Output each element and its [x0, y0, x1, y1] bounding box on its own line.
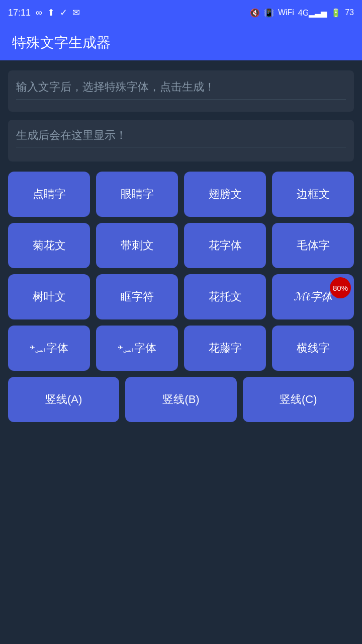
battery-level: 73: [345, 8, 354, 17]
input-section[interactable]: 输入文字后，选择特殊字体，点击生成！: [8, 70, 354, 112]
status-bar: 17:11 ∞ ⬆ ✓ ✉ 🔇 📳 WiFi 4G▂▃▅ 🔋 73: [0, 0, 362, 25]
input-placeholder: 输入文字后，选择特殊字体，点击生成！: [16, 78, 346, 95]
ml-zi-label: ℳℓ字体: [294, 289, 332, 304]
button-row-2: 菊花文 带刺文 花字体 毛体字: [8, 223, 354, 268]
btn-hua-teng[interactable]: 花藤字: [184, 326, 266, 371]
mute-icon: 🔇: [250, 8, 260, 18]
check-icon: ✓: [60, 7, 67, 18]
btn-dai-ci[interactable]: 带刺文: [96, 223, 178, 268]
page-title: 特殊文字生成器: [12, 33, 111, 52]
btn-shu-xian-b[interactable]: 竖线(B): [125, 377, 236, 422]
plane1-label: 字体: [46, 341, 68, 356]
output-section: 生成后会在这里显示！: [8, 120, 354, 162]
btn-shu-ye[interactable]: 树叶文: [8, 274, 90, 319]
btn-shu-xian-c[interactable]: 竖线(C): [243, 377, 354, 422]
button-row-1: 点睛字 眼睛字 翅膀文 边框文: [8, 172, 354, 217]
mail-icon: ✉: [72, 7, 80, 18]
plane2-label: 字体: [134, 341, 156, 356]
title-bar: 特殊文字生成器: [0, 25, 362, 60]
output-placeholder: 生成后会在这里显示！: [16, 128, 346, 143]
btn-yan-jing[interactable]: 眼睛字: [96, 172, 178, 217]
btn-bian-kuang[interactable]: 边框文: [272, 172, 354, 217]
btn-hua-tuo[interactable]: 花托文: [184, 274, 266, 319]
button-row-5: 竖线(A) 竖线(B) 竖线(C): [8, 377, 354, 422]
signal-icon: 4G▂▃▅: [298, 8, 327, 18]
btn-heng-xian[interactable]: 横线字: [272, 326, 354, 371]
btn-plane-1[interactable]: ✈اليس 字体: [8, 326, 90, 371]
btn-ml-zi[interactable]: ℳℓ字体 80%: [272, 274, 354, 319]
btn-mao-ti[interactable]: 毛体字: [272, 223, 354, 268]
status-right: 🔇 📳 WiFi 4G▂▃▅ 🔋 73: [250, 8, 354, 18]
battery-icon: 🔋: [331, 8, 341, 18]
btn-chi-bang[interactable]: 翅膀文: [184, 172, 266, 217]
btn-plane-2[interactable]: ✈اليس 字体: [96, 326, 178, 371]
infinity-icon: ∞: [36, 8, 42, 18]
input-divider: [16, 99, 346, 100]
button-row-4: ✈اليس 字体 ✈اليس 字体 花藤字 横线字: [8, 326, 354, 371]
output-divider: [16, 147, 346, 147]
main-content: 输入文字后，选择特殊字体，点击生成！ 生成后会在这里显示！ 点睛字 眼睛字 翅膀…: [0, 60, 362, 438]
btn-shu-xian-a[interactable]: 竖线(A): [8, 377, 119, 422]
wifi-icon: WiFi: [278, 8, 294, 17]
btn-hua-zi[interactable]: 花字体: [184, 223, 266, 268]
upload-icon: ⬆: [47, 7, 55, 18]
ml-badge: 80%: [330, 277, 351, 298]
btn-ju-hua[interactable]: 菊花文: [8, 223, 90, 268]
button-row-3: 树叶文 眶字符 花托文 ℳℓ字体 80%: [8, 274, 354, 319]
vibrate-icon: 📳: [264, 8, 274, 18]
btn-dian-jing[interactable]: 点睛字: [8, 172, 90, 217]
status-left: 17:11 ∞ ⬆ ✓ ✉: [8, 7, 80, 18]
time-display: 17:11: [8, 8, 31, 18]
btn-kuang-zi[interactable]: 眶字符: [96, 274, 178, 319]
